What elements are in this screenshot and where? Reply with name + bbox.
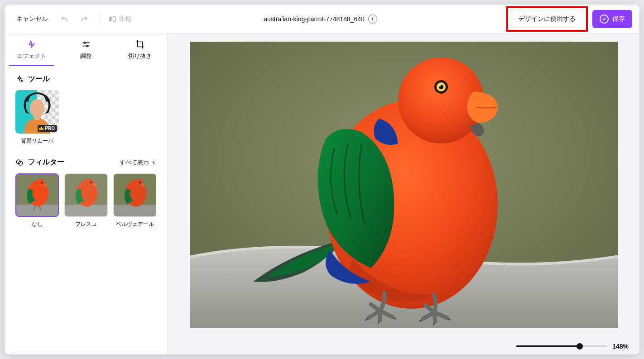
bg-remover-thumb: PRO xyxy=(15,90,59,134)
crop-icon xyxy=(135,39,145,49)
show-all-label: すべて表示 xyxy=(120,158,149,167)
svg-point-13 xyxy=(36,179,45,189)
compare-label: 比較 xyxy=(119,15,132,23)
svg-rect-16 xyxy=(65,205,107,216)
compare-icon xyxy=(108,15,116,23)
svg-point-23 xyxy=(134,179,144,189)
filter-fresco[interactable]: フレスコ xyxy=(64,173,108,228)
tab-label: エフェクト xyxy=(17,52,46,60)
editor-header: キャンセル 比較 australian-king-parrot-7748188_… xyxy=(5,5,639,34)
tab-label: 切り抜き xyxy=(128,52,152,60)
canvas-area: 148% xyxy=(168,34,639,354)
divider xyxy=(99,13,99,25)
info-icon[interactable]: i xyxy=(368,14,377,24)
undo-button[interactable] xyxy=(56,11,72,27)
tool-label: 背景リムーバ xyxy=(15,137,59,145)
filter-none[interactable]: なし xyxy=(15,173,59,228)
filters-heading: フィルター すべて表示 xyxy=(15,158,156,167)
filter-thumb xyxy=(15,173,59,217)
tab-label: 調整 xyxy=(80,52,92,60)
svg-rect-11 xyxy=(16,205,58,216)
bg-remover-tool[interactable]: PRO 背景リムーバ xyxy=(15,90,59,145)
check-circle-icon xyxy=(600,14,609,24)
tab-crop[interactable]: 切り抜き xyxy=(113,34,167,66)
effects-icon xyxy=(27,39,37,49)
editor-tabs: エフェクト 調整 切り抜き xyxy=(5,34,167,66)
show-all-link[interactable]: すべて表示 xyxy=(120,158,156,167)
filter-label: なし xyxy=(15,220,59,228)
filter-thumb xyxy=(113,173,156,217)
sidebar-content: ツール PRO xyxy=(5,66,167,236)
tab-adjust[interactable]: 調整 xyxy=(59,34,113,66)
filter-thumb xyxy=(64,173,108,217)
zoom-slider[interactable] xyxy=(516,345,607,347)
image-editor-modal: キャンセル 比較 australian-king-parrot-7748188_… xyxy=(5,5,639,354)
cancel-button[interactable]: キャンセル xyxy=(12,11,53,27)
zoom-bar: 148% xyxy=(516,343,629,350)
compare-button[interactable]: 比較 xyxy=(106,12,135,26)
section-title: フィルター xyxy=(28,158,64,167)
section-title: ツール xyxy=(28,74,50,84)
chevron-right-icon xyxy=(151,160,156,165)
sparkle-icon xyxy=(15,75,24,83)
svg-point-18 xyxy=(85,179,95,189)
highlight-box: デザインに使用する xyxy=(506,6,588,32)
zoom-handle[interactable] xyxy=(577,343,583,349)
undo-icon xyxy=(60,14,69,24)
editor-body: エフェクト 調整 切り抜き ツール xyxy=(5,34,639,354)
svg-point-7 xyxy=(34,115,41,120)
redo-button[interactable] xyxy=(76,11,92,27)
adjust-icon xyxy=(81,39,91,49)
main-image[interactable] xyxy=(190,42,618,328)
sidebar: エフェクト 調整 切り抜き ツール xyxy=(5,34,168,354)
redo-icon xyxy=(80,14,89,24)
filters-row: なし xyxy=(15,173,156,228)
filter-label: ベルヴェデール xyxy=(113,220,156,228)
header-actions: デザインに使用する 保存 xyxy=(506,6,632,32)
svg-point-19 xyxy=(90,182,92,183)
header-center: australian-king-parrot-7748188_640 i xyxy=(138,14,503,24)
zoom-value: 148% xyxy=(612,343,629,350)
filters-icon xyxy=(15,158,24,167)
svg-point-14 xyxy=(41,182,43,183)
use-in-design-button[interactable]: デザインに使用する xyxy=(511,10,583,28)
svg-rect-21 xyxy=(114,205,156,216)
svg-rect-0 xyxy=(109,16,111,21)
save-label: 保存 xyxy=(612,15,625,23)
pro-badge: PRO xyxy=(38,125,57,132)
filter-label: フレスコ xyxy=(64,220,108,228)
svg-point-24 xyxy=(139,182,141,183)
filename: australian-king-parrot-7748188_640 xyxy=(264,15,365,23)
svg-point-3 xyxy=(84,42,86,44)
svg-rect-1 xyxy=(113,16,115,21)
svg-point-5 xyxy=(86,45,88,47)
svg-point-34 xyxy=(439,85,441,86)
filter-belvedere[interactable]: ベルヴェデール xyxy=(113,173,156,228)
tools-heading: ツール xyxy=(15,74,156,84)
tab-effects[interactable]: エフェクト xyxy=(5,34,59,66)
save-button[interactable]: 保存 xyxy=(592,10,632,28)
